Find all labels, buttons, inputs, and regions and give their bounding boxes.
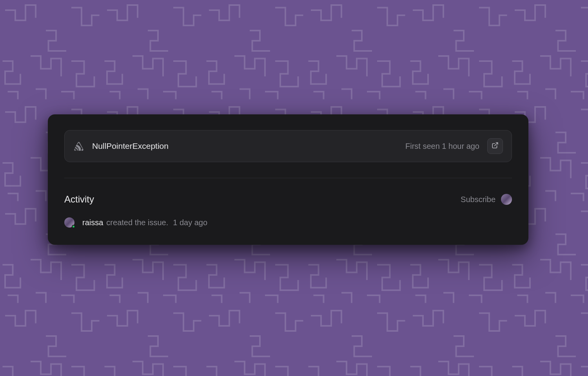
subscribe-button[interactable]: Subscribe (461, 195, 495, 204)
activity-heading: Activity (64, 194, 94, 205)
first-seen-label: First seen 1 hour ago (405, 142, 479, 151)
activity-header: Activity Subscribe (64, 194, 512, 205)
online-status-icon (72, 225, 75, 228)
issue-summary-bar[interactable]: NullPointerException First seen 1 hour a… (64, 130, 512, 162)
activity-action: created the issue. (106, 218, 168, 227)
subscribe-area: Subscribe (461, 194, 512, 205)
activity-user[interactable]: raissa (82, 218, 103, 227)
issue-title: NullPointerException (92, 141, 397, 151)
external-link-icon (492, 142, 499, 150)
activity-section: Activity Subscribe raissa created the is… (64, 194, 512, 228)
user-avatar[interactable] (64, 217, 74, 228)
issue-card: NullPointerException First seen 1 hour a… (48, 114, 528, 245)
subscriber-avatar[interactable] (501, 194, 512, 205)
activity-entry: raissa created the issue. 1 day ago (64, 217, 512, 228)
svg-line-0 (495, 143, 498, 146)
divider (64, 178, 512, 178)
activity-text: raissa created the issue. 1 day ago (82, 218, 207, 227)
activity-timestamp: 1 day ago (173, 218, 207, 227)
open-external-button[interactable] (487, 138, 503, 154)
sentry-icon (73, 141, 84, 152)
